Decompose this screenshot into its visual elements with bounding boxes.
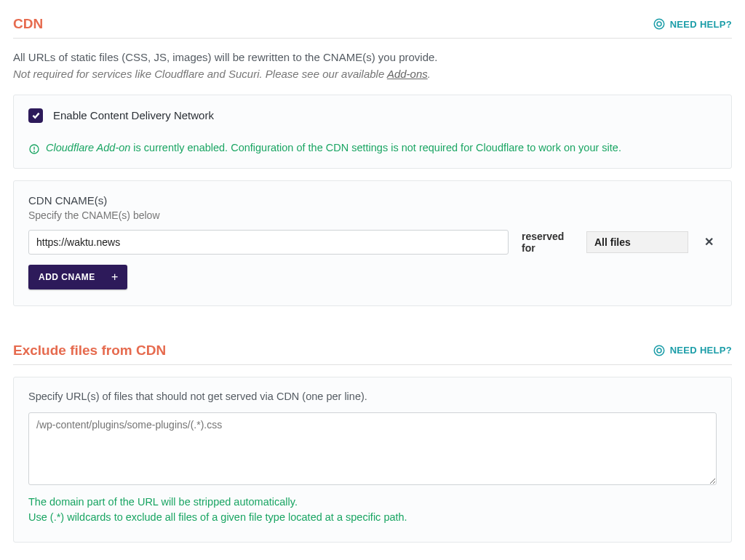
cname-row: reserved for All files ✕ (28, 230, 717, 255)
exclude-title: Exclude files from CDN (13, 343, 166, 359)
cdn-title: CDN (13, 16, 43, 32)
help-icon (653, 17, 666, 31)
cname-subtitle: Specify the CNAME(s) below (28, 209, 717, 221)
need-help-link[interactable]: NEED HELP? (653, 17, 732, 31)
cdn-header: CDN NEED HELP? (13, 16, 732, 39)
enable-cdn-checkbox[interactable] (28, 108, 43, 123)
reserved-for-select[interactable]: All files (586, 231, 688, 253)
enable-cdn-row: Enable Content Delivery Network (28, 108, 717, 123)
cloudflare-info: Cloudflare Add-on is currently enabled. … (28, 142, 717, 155)
cdn-desc-line2-suffix: . (428, 68, 431, 80)
reserved-for-value: All files (594, 236, 631, 248)
cname-title: CDN CNAME(s) (28, 194, 717, 207)
exclude-header: Exclude files from CDN NEED HELP? (13, 343, 732, 365)
add-cname-button[interactable]: ADD CNAME + (28, 265, 127, 289)
exclude-textarea[interactable] (28, 412, 717, 485)
help-icon (653, 344, 666, 357)
cdn-description: All URLs of static files (CSS, JS, image… (13, 49, 732, 83)
exclude-hint-1: The domain part of the URL will be strip… (28, 495, 717, 511)
cdn-section: CDN NEED HELP? All URLs of static files … (13, 16, 732, 306)
addons-link[interactable]: Add-ons (387, 68, 428, 80)
exclude-desc: Specify URL(s) of files that should not … (28, 391, 717, 402)
need-help-label-2: NEED HELP? (670, 345, 732, 356)
svg-point-1 (657, 22, 661, 26)
cdn-enable-panel: Enable Content Delivery Network Cloudfla… (13, 95, 732, 169)
cloudflare-info-rest: is currently enabled. Configuration of t… (130, 142, 621, 153)
remove-cname-icon[interactable]: ✕ (701, 235, 717, 249)
cloudflare-info-lead: Cloudflare Add-on (46, 142, 130, 153)
info-icon (28, 143, 40, 155)
check-icon (31, 111, 41, 120)
svg-point-4 (34, 151, 35, 151)
svg-point-5 (654, 345, 664, 356)
exclude-hints: The domain part of the URL will be strip… (28, 495, 717, 527)
need-help-link-2[interactable]: NEED HELP? (653, 344, 732, 357)
plus-icon: + (111, 271, 119, 284)
cname-input[interactable] (28, 230, 509, 255)
cdn-desc-line2-prefix: Not required for services like Cloudflar… (13, 68, 387, 80)
exclude-hint-2: Use (.*) wildcards to exclude all files … (28, 510, 717, 526)
reserved-for-label: reserved for (522, 231, 573, 254)
need-help-label: NEED HELP? (670, 19, 732, 30)
add-cname-label: ADD CNAME (39, 272, 95, 282)
enable-cdn-label: Enable Content Delivery Network (53, 109, 214, 121)
svg-point-6 (657, 348, 661, 353)
cdn-cname-panel: CDN CNAME(s) Specify the CNAME(s) below … (13, 180, 732, 306)
svg-point-0 (654, 19, 664, 29)
cdn-desc-line1: All URLs of static files (CSS, JS, image… (13, 49, 732, 65)
exclude-section: Exclude files from CDN NEED HELP? Specif… (13, 343, 732, 543)
exclude-panel: Specify URL(s) of files that should not … (13, 377, 732, 543)
